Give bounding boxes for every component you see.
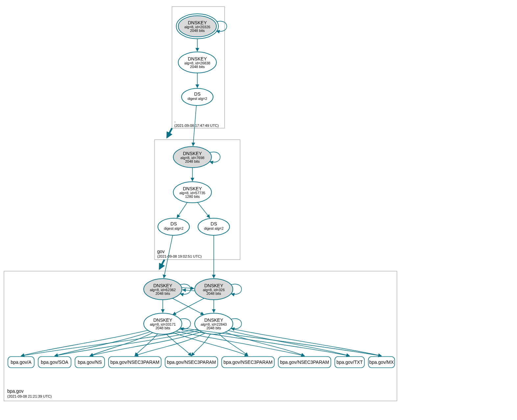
- svg-text:digest alg=2: digest alg=2: [164, 226, 184, 230]
- rrset-8: bpa.gov/MX: [368, 357, 395, 368]
- zone-root-ts: (2021-09-08 17:47:49 UTC): [174, 124, 219, 128]
- rrset-row: bpa.gov/A bpa.gov/SOA bpa.gov/NS bpa.gov…: [8, 357, 395, 368]
- edge-root-gov-zone: [167, 128, 172, 137]
- zone-gov: gov (2021-09-08 19:02:51 UTC) DNSKEY alg…: [155, 105, 240, 260]
- svg-text:DNSKEY: DNSKEY: [153, 283, 172, 288]
- edge-govzsk-ds2: [197, 202, 210, 218]
- node-bpa-ksk1: DNSKEY alg=8, id=62362 2048 bits: [144, 279, 182, 300]
- svg-text:2048 bits: 2048 bits: [156, 326, 170, 330]
- node-gov-ksk: DNSKEY alg=8, id=7698 2048 bits: [173, 147, 211, 168]
- svg-text:DS: DS: [194, 91, 200, 97]
- node-root-ksk: DNSKEY alg=8, id=20326 2048 bits: [176, 14, 218, 39]
- svg-text:digest alg=2: digest alg=2: [187, 97, 207, 101]
- rrset-7: bpa.gov/TXT: [335, 357, 364, 368]
- node-root-ds: DS digest alg=2: [182, 88, 213, 105]
- svg-text:bpa.gov/SOA: bpa.gov/SOA: [41, 360, 68, 365]
- svg-text:bpa.gov/NS: bpa.gov/NS: [78, 360, 102, 365]
- svg-text:2048 bits: 2048 bits: [190, 65, 205, 69]
- svg-text:bpa.gov/TXT: bpa.gov/TXT: [336, 360, 363, 365]
- rrset-0: bpa.gov/A: [8, 357, 34, 368]
- svg-text:1280 bits: 1280 bits: [185, 195, 200, 198]
- svg-text:DNSKEY: DNSKEY: [204, 317, 223, 323]
- svg-text:DS: DS: [170, 221, 177, 226]
- zone-bpa: bpa.gov (2021-09-08 21:21:39 UTC) DNSKEY…: [4, 235, 397, 401]
- zone-root-label: .: [174, 118, 176, 123]
- svg-text:bpa.gov/NSEC3PARAM: bpa.gov/NSEC3PARAM: [167, 360, 216, 365]
- svg-text:2048 bits: 2048 bits: [185, 159, 200, 163]
- node-root-zsk: DNSKEY alg=8, id=26838 2048 bits: [178, 52, 216, 73]
- svg-text:2048 bits: 2048 bits: [207, 326, 221, 330]
- node-bpa-zsk2: DNSKEY alg=8, id=22843 2048 bits: [195, 313, 233, 334]
- edge-root-ksk-self: [216, 21, 227, 31]
- svg-text:2048 bits: 2048 bits: [190, 29, 205, 33]
- svg-text:bpa.gov/MX: bpa.gov/MX: [369, 360, 394, 365]
- svg-text:2048 bits: 2048 bits: [207, 292, 221, 295]
- svg-text:2048 bits: 2048 bits: [156, 292, 170, 295]
- node-gov-ds2: DS digest alg=2: [198, 218, 230, 235]
- svg-text:DNSKEY: DNSKEY: [188, 20, 207, 25]
- svg-text:DNSKEY: DNSKEY: [153, 317, 172, 323]
- edge-gov-bpa-zone: [160, 260, 164, 269]
- zone-gov-ts: (2021-09-08 19:02:51 UTC): [157, 254, 202, 258]
- rrset-3: bpa.gov/NSEC3PARAM: [109, 357, 161, 368]
- svg-text:bpa.gov/A: bpa.gov/A: [11, 360, 32, 365]
- node-gov-zsk: DNSKEY alg=8, id=57735 1280 bits: [173, 182, 211, 203]
- rrset-5: bpa.gov/NSEC3PARAM: [222, 357, 274, 368]
- svg-text:DNSKEY: DNSKEY: [204, 283, 223, 288]
- svg-text:DNSKEY: DNSKEY: [183, 186, 202, 191]
- svg-text:DS: DS: [210, 221, 217, 226]
- edges-zsk-rrsets: [21, 328, 382, 356]
- edge-govzsk-ds1: [177, 202, 187, 218]
- rrset-6: bpa.gov/NSEC3PARAM: [278, 357, 331, 368]
- rrset-2: bpa.gov/NS: [75, 357, 105, 368]
- svg-text:digest alg=2: digest alg=2: [204, 226, 224, 230]
- rrset-4: bpa.gov/NSEC3PARAM: [165, 357, 218, 368]
- node-bpa-ksk2: DNSKEY alg=8, id=326 2048 bits: [195, 279, 233, 300]
- rrset-1: bpa.gov/SOA: [38, 357, 71, 368]
- zone-bpa-ts: (2021-09-08 21:21:39 UTC): [7, 394, 52, 398]
- edge-ksk2-ksk1: [183, 290, 195, 291]
- zone-root: . (2021-09-08 17:47:49 UTC) DNSKEY alg=8…: [172, 7, 227, 128]
- svg-text:DNSKEY: DNSKEY: [188, 56, 207, 61]
- svg-text:bpa.gov/NSEC3PARAM: bpa.gov/NSEC3PARAM: [223, 360, 272, 365]
- svg-text:bpa.gov/NSEC3PARAM: bpa.gov/NSEC3PARAM: [110, 360, 159, 365]
- svg-text:bpa.gov/NSEC3PARAM: bpa.gov/NSEC3PARAM: [280, 360, 329, 365]
- node-gov-ds1: DS digest alg=2: [158, 218, 189, 235]
- svg-text:DNSKEY: DNSKEY: [183, 151, 202, 156]
- edge-ksk1-ksk2: [182, 288, 194, 289]
- zone-gov-label: gov: [157, 249, 165, 254]
- zone-bpa-label: bpa.gov: [7, 388, 24, 394]
